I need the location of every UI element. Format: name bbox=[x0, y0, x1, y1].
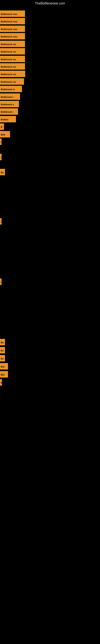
bar-item: Bottleneck res bbox=[0, 71, 25, 77]
bar-item: Bottleneck re bbox=[0, 86, 22, 92]
bar-item: Bottleneck r bbox=[0, 94, 20, 100]
bar-label: Bottleneck resu bbox=[0, 33, 25, 40]
bar-label: Bottleneck resu bbox=[0, 10, 25, 17]
bar-label: Bo bbox=[0, 169, 5, 175]
bar-label: B bbox=[0, 379, 2, 386]
bar-item: Bot bbox=[0, 363, 8, 370]
bar-item: | bbox=[0, 278, 1, 285]
bar-label: | bbox=[0, 218, 1, 224]
bar-label: Bott bbox=[0, 131, 10, 138]
bar-label: | bbox=[0, 278, 1, 285]
bar-item: Bottleneck resu bbox=[0, 10, 25, 17]
bar-item: B bbox=[0, 379, 2, 386]
bar-label: | bbox=[0, 154, 1, 160]
bar-item: Bot bbox=[0, 371, 8, 378]
bar-item: | bbox=[0, 138, 1, 145]
bar-label: Bottleneck re bbox=[0, 86, 22, 92]
bar-item: Bottleneck res bbox=[0, 41, 25, 47]
bar-item: Bottleneck resu bbox=[0, 33, 25, 40]
bar-label: Bottleneck resu bbox=[0, 18, 25, 24]
bar-item: Bottleneck res bbox=[0, 56, 25, 62]
bar-item: | bbox=[0, 154, 1, 160]
bar-item: Bo bbox=[0, 347, 5, 354]
bar-item: Bottleneck res bbox=[0, 63, 25, 70]
bar-label: Bo bbox=[0, 355, 5, 362]
bar-item: Bottleneck r bbox=[0, 108, 18, 115]
bar-label: Bottleneck res bbox=[0, 78, 24, 85]
bar-label: Bot bbox=[0, 363, 8, 370]
bar-label: Bo bbox=[0, 347, 5, 354]
bar-label: Bottleneck resu bbox=[0, 26, 25, 32]
bar-item: Bo bbox=[0, 169, 5, 175]
bar-item: Bo bbox=[0, 339, 5, 345]
bar-label: Bottleneck r bbox=[0, 94, 20, 100]
bar-label: Bottleneck res bbox=[0, 48, 25, 54]
bar-label: Bottleneck n bbox=[0, 101, 19, 107]
bar-item: Bott bbox=[0, 131, 10, 138]
bar-label: Bottlen bbox=[0, 116, 16, 122]
bar-item: Bo bbox=[0, 355, 5, 362]
bar-label: B bbox=[0, 123, 4, 130]
bar-label: Bottleneck res bbox=[0, 63, 25, 70]
bar-item: Bottleneck resu bbox=[0, 18, 25, 24]
bar-label: | bbox=[0, 138, 1, 145]
bar-item: B bbox=[0, 123, 4, 130]
site-title: TheBottlenecker.com bbox=[0, 0, 100, 7]
bar-label: Bottleneck r bbox=[0, 108, 18, 115]
bar-item: Bottlen bbox=[0, 116, 16, 122]
bar-item: Bottleneck res bbox=[0, 48, 25, 54]
bar-label: Bottleneck res bbox=[0, 71, 25, 77]
bar-item: Bottleneck res bbox=[0, 78, 24, 85]
bar-label: Bo bbox=[0, 339, 5, 345]
bar-item: Bottleneck n bbox=[0, 101, 19, 107]
bar-label: Bottleneck res bbox=[0, 41, 25, 47]
bar-label: Bottleneck res bbox=[0, 56, 25, 62]
bar-item: | bbox=[0, 218, 1, 224]
bar-item: Bottleneck resu bbox=[0, 26, 25, 32]
bar-label: Bot bbox=[0, 371, 8, 378]
